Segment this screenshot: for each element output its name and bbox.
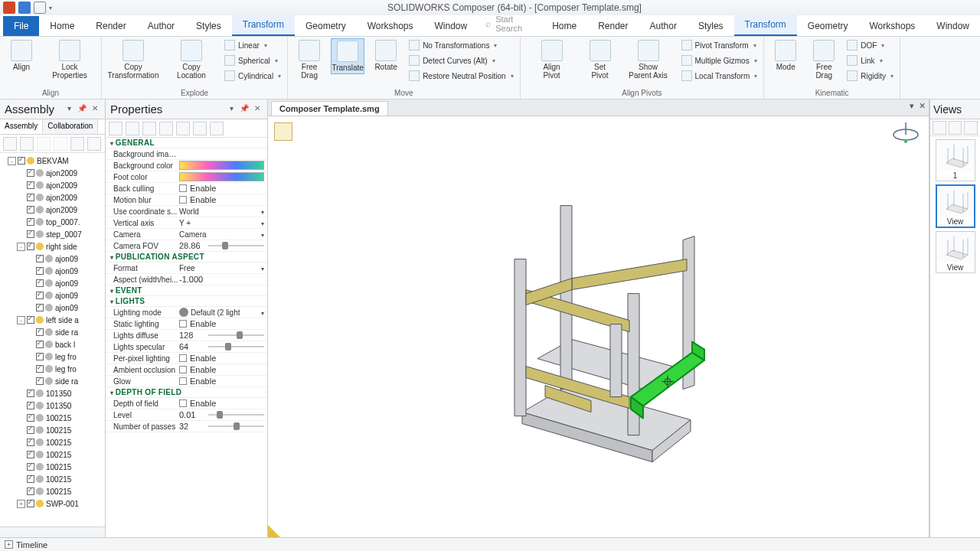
tree-node[interactable]: top_0007. xyxy=(2,216,105,228)
tree-node[interactable]: side ra xyxy=(2,326,105,338)
tree-node[interactable]: leg fro xyxy=(2,363,105,375)
copytr-button[interactable]: CopyTransformation xyxy=(106,38,160,81)
tree-node[interactable]: side ra xyxy=(2,375,105,387)
visibility-checkbox[interactable] xyxy=(36,279,44,287)
view-thumbnail[interactable]: View xyxy=(936,184,975,228)
tab-window[interactable]: Window xyxy=(926,16,980,36)
dropdown-arrow-icon[interactable] xyxy=(261,218,264,227)
tree-node[interactable]: 100215 xyxy=(2,448,105,461)
tree-node[interactable]: - BEKVÄM xyxy=(2,155,105,167)
freedrag2-button[interactable]: FreeDrag xyxy=(807,38,841,81)
dropdown-arrow-icon[interactable] xyxy=(261,263,264,272)
undo-icon[interactable] xyxy=(34,2,46,14)
view-compass-icon[interactable] xyxy=(890,121,921,144)
viewport-corner-icon[interactable] xyxy=(268,525,280,537)
tab-render[interactable]: Render xyxy=(85,16,136,36)
prop-tool-4[interactable] xyxy=(159,122,173,135)
visibility-checkbox[interactable] xyxy=(36,353,44,360)
align-button[interactable]: Align xyxy=(5,38,38,73)
cyl-item[interactable]: Cylindrical▾ xyxy=(223,69,283,83)
tab-geometry[interactable]: Geometry xyxy=(295,16,357,36)
visibility-checkbox[interactable] xyxy=(27,243,34,250)
slider[interactable] xyxy=(208,331,264,339)
dropdown[interactable]: Free xyxy=(179,264,261,272)
multigiz-item[interactable]: Multiple Gizmos▾ xyxy=(680,54,760,67)
visibility-checkbox[interactable] xyxy=(36,365,44,373)
checkbox[interactable] xyxy=(179,184,187,192)
panel-menu-icon[interactable]: ▾ xyxy=(226,104,237,115)
panel-pin-icon[interactable]: 📌 xyxy=(239,104,250,115)
detect-item[interactable]: Detect Curves (Alt)▾ xyxy=(407,54,514,67)
tab-workshops[interactable]: Workshops xyxy=(357,16,424,36)
color-picker[interactable] xyxy=(179,172,264,181)
copyloc-button[interactable]: CopyLocation xyxy=(165,38,218,81)
doc-close-icon[interactable]: ✕ xyxy=(919,101,926,111)
setpivot-button[interactable]: SetPivot xyxy=(583,38,617,81)
visibility-checkbox[interactable] xyxy=(36,341,44,348)
checkbox[interactable] xyxy=(179,196,187,204)
tree-node[interactable]: ajon2009 xyxy=(2,167,105,179)
prop-section-header[interactable]: EVENT xyxy=(106,285,267,296)
dropdown[interactable]: Default (2 light xyxy=(191,308,261,317)
visibility-checkbox[interactable] xyxy=(36,304,44,311)
visibility-checkbox[interactable] xyxy=(27,218,34,226)
showpa-button[interactable]: ShowParent Axis xyxy=(622,38,675,81)
tree-node[interactable]: - right side xyxy=(2,240,105,253)
visibility-checkbox[interactable] xyxy=(27,206,34,214)
visibility-checkbox[interactable] xyxy=(27,414,34,422)
translate-button[interactable]: Translate xyxy=(331,38,364,74)
slider[interactable] xyxy=(208,411,264,419)
ribbon-search[interactable]: ⌕ Start Search xyxy=(478,11,541,36)
tab-file[interactable]: File xyxy=(3,16,39,36)
tab-transform[interactable]: Transform xyxy=(734,15,797,36)
tab-render[interactable]: Render xyxy=(587,16,639,36)
tree-node[interactable]: ajon09 xyxy=(2,277,105,289)
checkbox[interactable] xyxy=(179,377,187,385)
visibility-checkbox[interactable] xyxy=(36,292,44,299)
checkbox[interactable] xyxy=(179,354,187,362)
notrans-item[interactable]: No Transformations▾ xyxy=(407,38,514,52)
checkbox[interactable] xyxy=(179,320,187,328)
prop-section-header[interactable]: LIGHTS xyxy=(106,296,267,307)
color-picker[interactable] xyxy=(179,161,264,170)
tree-node[interactable]: ajon2009 xyxy=(2,204,105,216)
dropdown-arrow-icon[interactable] xyxy=(261,308,264,317)
checkbox[interactable] xyxy=(179,366,187,373)
visibility-checkbox[interactable] xyxy=(36,267,44,275)
expand-icon[interactable]: - xyxy=(17,316,25,324)
prop-section-header[interactable]: DEPTH OF FIELD xyxy=(106,387,267,398)
prop-section-header[interactable]: GENERAL xyxy=(106,138,267,148)
dropdown-arrow-icon[interactable] xyxy=(261,230,264,239)
tree-node[interactable]: + SWP-001 xyxy=(2,497,105,510)
slider[interactable] xyxy=(208,422,264,430)
views-tool-2[interactable] xyxy=(949,121,962,135)
tree-node[interactable]: 101350 xyxy=(2,399,105,412)
visibility-checkbox[interactable] xyxy=(36,377,44,385)
save-icon[interactable] xyxy=(18,2,31,14)
rigidity-item[interactable]: Rigidity▾ xyxy=(845,69,895,83)
visibility-checkbox[interactable] xyxy=(27,390,34,397)
visibility-checkbox[interactable] xyxy=(27,451,34,458)
tree-node[interactable]: 100215 xyxy=(2,473,105,485)
dropdown-arrow-icon[interactable] xyxy=(261,207,264,216)
asm-tool-5[interactable] xyxy=(70,137,84,151)
prop-section-header[interactable]: PUBLICATION ASPECT xyxy=(106,252,267,262)
doc-menu-icon[interactable]: ▾ xyxy=(910,101,914,111)
panel-close-icon[interactable]: ✕ xyxy=(90,104,100,115)
prop-tool-1[interactable] xyxy=(109,122,122,135)
visibility-checkbox[interactable] xyxy=(27,194,34,201)
view-thumbnail[interactable]: View xyxy=(936,231,975,273)
tree-node[interactable]: - left side a xyxy=(2,314,105,326)
tab-workshops[interactable]: Workshops xyxy=(859,16,926,36)
visibility-checkbox[interactable] xyxy=(27,475,34,483)
viewport[interactable] xyxy=(268,116,929,537)
views-tool-1[interactable] xyxy=(933,121,946,135)
panel-menu-icon[interactable]: ▾ xyxy=(64,104,74,115)
tab-window[interactable]: Window xyxy=(424,16,479,36)
timeline-expand-icon[interactable]: + xyxy=(5,540,13,549)
tree-node[interactable]: step_0007 xyxy=(2,228,105,240)
tree-node[interactable]: 100215 xyxy=(2,412,105,424)
tab-styles[interactable]: Styles xyxy=(688,16,734,36)
tab-geometry[interactable]: Geometry xyxy=(797,16,859,36)
expand-icon[interactable]: + xyxy=(17,500,25,508)
